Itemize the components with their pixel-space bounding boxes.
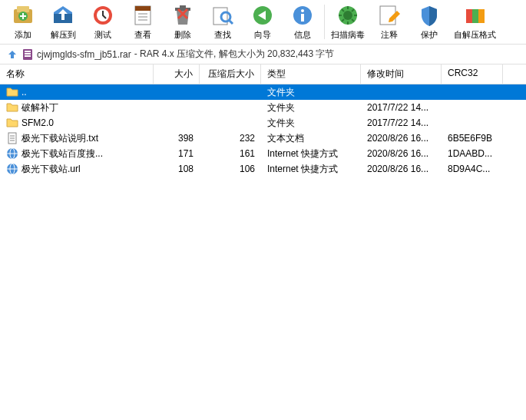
tool-label: 注释 [381,29,398,41]
table-row[interactable]: .. 文件夹 [0,84,526,100]
file-crc: 8D9A4C... [442,162,503,176]
file-date: 2020/8/26 16... [361,162,442,176]
file-csize [200,121,261,124]
col-header-crc[interactable]: CRC32 [442,64,503,84]
add-button[interactable]: 添加 [3,2,43,42]
svg-point-21 [343,11,352,20]
file-name: .. [22,87,27,98]
file-crc [442,91,503,94]
tool-label: 保护 [421,29,438,41]
file-size [154,91,200,94]
file-date: 2017/7/22 14... [361,101,442,114]
col-header-type[interactable]: 类型 [261,64,361,84]
test-icon [91,3,115,28]
file-name: 极光下载站说明.txt [22,132,98,145]
file-crc [442,106,503,109]
file-size [154,106,200,109]
extract-button[interactable]: 解压到 [43,2,83,42]
svg-rect-7 [135,6,151,11]
up-icon[interactable] [6,48,18,61]
folder-icon [6,101,18,114]
svg-rect-28 [25,53,31,55]
comment-button[interactable]: 注释 [369,2,409,42]
path-bar: cjwjmglds-sfm_jb51.rar - RAR 4.x 压缩文件, 解… [0,45,526,64]
file-csize: 232 [200,131,261,145]
file-type: Internet 快捷方式 [261,146,361,162]
find-button[interactable]: 查找 [203,2,243,42]
find-icon [210,3,235,28]
svg-line-15 [229,20,233,24]
txt-icon [6,132,18,144]
file-type: Internet 快捷方式 [261,161,361,177]
file-csize: 106 [200,162,261,176]
sfx-button[interactable]: 自解压格式 [449,2,501,42]
protect-button[interactable]: 保护 [409,2,449,42]
file-csize: 161 [200,147,261,160]
svg-rect-1 [17,6,29,12]
file-csize [200,106,261,109]
view-button[interactable]: 查看 [123,2,163,42]
tool-label: 向导 [254,29,271,41]
svg-rect-19 [301,14,304,21]
file-crc [442,121,503,124]
view-icon [131,3,155,28]
table-row[interactable]: SFM2.0 文件夹 2017/7/22 14... [0,115,526,131]
table-row[interactable]: 极光下载站说明.txt 398 232 文本文档 2020/8/26 16...… [0,131,526,146]
svg-rect-25 [478,9,485,23]
comment-icon [377,3,402,28]
wizard-icon [250,3,275,28]
file-size: 171 [154,147,200,160]
tool-label: 查找 [214,29,231,41]
file-csize [200,91,261,94]
info-icon [290,3,315,28]
col-header-size[interactable]: 大小 [154,64,200,84]
file-name: 极光下载站.url [22,163,81,176]
table-row[interactable]: 破解补丁 文件夹 2017/7/22 14... [0,100,526,115]
file-name: 极光下载站百度搜... [22,147,103,160]
file-list: .. 文件夹 破解补丁 文件夹 2017/7/22 14... SFM2.0 文… [0,84,526,415]
protect-icon [417,3,442,28]
scan-button[interactable]: 扫描病毒 [326,2,369,42]
file-date [361,91,442,94]
path-filename[interactable]: cjwjmglds-sfm_jb51.rar [37,49,131,60]
tool-label: 信息 [294,29,311,41]
col-header-csize[interactable]: 压缩后大小 [200,64,261,84]
test-button[interactable]: 测试 [83,2,123,42]
delete-icon [170,3,195,28]
url-icon [6,163,18,175]
file-crc: 6B5E6F9B [442,131,503,145]
scan-icon [336,3,360,28]
tool-label: 查看 [134,29,151,41]
svg-rect-23 [466,9,472,23]
file-name: 破解补丁 [22,101,58,114]
col-header-name[interactable]: 名称 [0,64,154,84]
svg-rect-12 [180,5,186,8]
delete-button[interactable]: 删除 [163,2,203,42]
folder-icon [6,117,18,129]
tool-label: 自解压格式 [454,29,496,41]
file-date: 2017/7/22 14... [361,116,442,130]
table-row[interactable]: 极光下载站.url 108 106 Internet 快捷方式 2020/8/2… [0,161,526,177]
svg-rect-29 [25,55,31,57]
file-type: 文件夹 [261,84,361,101]
tool-label: 扫描病毒 [331,29,365,41]
svg-point-18 [301,9,304,12]
file-size [154,121,200,124]
tool-label: 解压到 [51,29,76,41]
col-header-date[interactable]: 修改时间 [361,64,442,84]
tool-label: 删除 [174,29,191,41]
rar-file-icon [22,48,34,61]
toolbar: 添加解压到测试查看删除查找向导信息扫描病毒注释保护自解压格式 [0,0,526,45]
wizard-button[interactable]: 向导 [243,2,283,42]
tool-label: 测试 [94,29,111,41]
file-size: 398 [154,131,200,145]
file-date: 2020/8/26 16... [361,147,442,160]
table-row[interactable]: 极光下载站百度搜... 171 161 Internet 快捷方式 2020/8… [0,146,526,161]
file-date: 2020/8/26 16... [361,131,442,145]
info-button[interactable]: 信息 [283,2,323,42]
svg-rect-27 [25,51,31,52]
tool-label: 添加 [15,29,31,41]
file-type: 文本文档 [261,131,361,147]
svg-rect-24 [472,9,478,23]
file-type: 文件夹 [261,115,361,131]
